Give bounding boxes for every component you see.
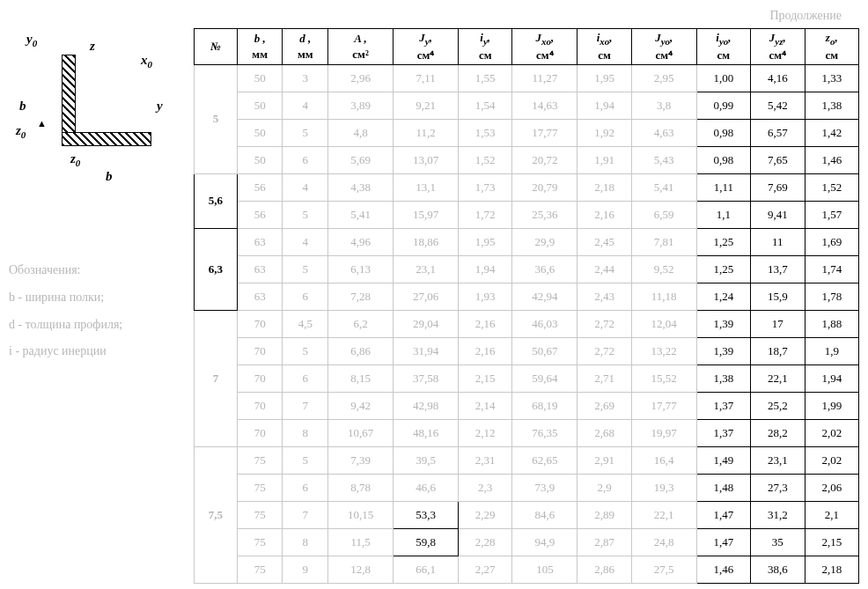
cell-Jy: 37,58: [394, 364, 459, 392]
table-body: 55032,967,111,5511,271,952,951,004,161,3…: [195, 64, 859, 583]
cell-d: 5: [283, 446, 328, 474]
cell-iy: 2,29: [459, 501, 512, 528]
cell-Jyz: 15,9: [751, 283, 805, 310]
cell-ixo: 2,71: [577, 364, 631, 392]
th-Jxo: Jxo,см⁴: [512, 29, 577, 65]
table-row: 75912,866,12,271052,8627,51,4638,62,18: [195, 556, 859, 583]
cell-Jyz: 18,7: [751, 337, 805, 364]
cell-A: 10,15: [328, 501, 394, 528]
cell-Jyo: 16,4: [631, 446, 696, 474]
cell-iyo: 1,1: [696, 201, 750, 228]
cell-Jxo: 105: [512, 556, 577, 583]
cell-Jxo: 20,72: [512, 146, 577, 173]
cell-Jyz: 13,7: [751, 255, 805, 283]
cell-zo: 1,38: [805, 92, 859, 119]
cell-Jxo: 36,6: [512, 255, 577, 283]
cell-zo: 1,69: [805, 228, 859, 255]
cell-zo: 1,78: [805, 283, 859, 310]
cell-Jxo: 46,03: [512, 310, 577, 337]
cell-d: 6: [283, 474, 328, 501]
cell-Jyo: 24,8: [631, 528, 696, 556]
cell-Jyo: 6,59: [631, 201, 696, 228]
group-num-cell: 6,3: [195, 228, 238, 310]
cell-b: 75: [237, 474, 283, 501]
cell-zo: 1,42: [805, 119, 859, 146]
cell-ixo: 1,92: [577, 119, 631, 146]
cell-A: 5,41: [328, 201, 394, 228]
cell-b: 75: [237, 501, 283, 528]
cell-iy: 2,16: [459, 310, 512, 337]
cell-Jxo: 25,36: [512, 201, 577, 228]
table-row: 6367,2827,061,9342,942,4311,181,2415,91,…: [195, 283, 859, 310]
legend-line-3: i - радиус инерции: [9, 338, 185, 365]
cell-Jy: 11,2: [394, 119, 459, 146]
label-z: z: [90, 39, 95, 54]
table-row: 5,65644,3813,11,7320,792,185,411,117,691…: [195, 173, 859, 201]
cell-Jyo: 22,1: [631, 501, 696, 528]
cell-Jy: 39,5: [394, 446, 459, 474]
cell-b: 70: [237, 392, 283, 419]
cell-Jy: 7,11: [394, 64, 459, 92]
cell-zo: 1,88: [805, 310, 859, 337]
cell-Jxo: 11,27: [512, 64, 577, 92]
cell-Jxo: 29,9: [512, 228, 577, 255]
angle-vertical-leg: [62, 55, 76, 144]
cell-Jyo: 17,77: [631, 392, 696, 419]
cell-Jyz: 25,2: [751, 392, 805, 419]
cell-A: 8,15: [328, 364, 394, 392]
main-layout: y0 z x0 d b y z0 z0 b ▲ Обозначения: b -…: [9, 28, 859, 584]
cell-zo: 2,06: [805, 474, 859, 501]
cell-zo: 2,02: [805, 446, 859, 474]
cell-d: 8: [283, 528, 328, 556]
cell-Jyo: 15,52: [631, 364, 696, 392]
cell-ixo: 2,16: [577, 201, 631, 228]
cell-Jyz: 38,6: [751, 556, 805, 583]
cell-b: 70: [237, 310, 283, 337]
table-row: 7568,7846,62,373,92,919,31,4827,32,06: [195, 474, 859, 501]
cell-b: 63: [237, 283, 283, 310]
table-row: 7,57557,3939,52,3162,652,9116,41,4923,12…: [195, 446, 859, 474]
group-num-cell: 5,6: [195, 173, 238, 228]
cell-Jyz: 7,69: [751, 173, 805, 201]
table-row: 55032,967,111,5511,271,952,951,004,161,3…: [195, 64, 859, 92]
cell-Jy: 23,1: [394, 255, 459, 283]
cell-ixo: 2,45: [577, 228, 631, 255]
cell-iy: 2,12: [459, 419, 512, 446]
cell-Jxo: 76,35: [512, 419, 577, 446]
cell-Jyo: 5,43: [631, 146, 696, 173]
cell-A: 6,13: [328, 255, 394, 283]
cell-b: 50: [237, 92, 283, 119]
left-column: y0 z x0 d b y z0 z0 b ▲ Обозначения: b -…: [9, 28, 185, 365]
cell-Jyo: 7,81: [631, 228, 696, 255]
table-row: 5054,811,21,5317,771,924,630,986,571,42: [195, 119, 859, 146]
cell-iyo: 1,47: [696, 528, 750, 556]
table-row: 5043,899,211,5414,631,943,80,995,421,38: [195, 92, 859, 119]
cell-A: 5,69: [328, 146, 394, 173]
cell-zo: 1,9: [805, 337, 859, 364]
cell-zo: 1,74: [805, 255, 859, 283]
cell-iy: 1,72: [459, 201, 512, 228]
table-row: 7079,4242,982,1468,192,6917,771,3725,21,…: [195, 392, 859, 419]
cell-Jyo: 13,22: [631, 337, 696, 364]
cell-Jy: 46,6: [394, 474, 459, 501]
cell-iyo: 1,47: [696, 501, 750, 528]
cell-A: 4,38: [328, 173, 394, 201]
cell-d: 5: [283, 337, 328, 364]
label-b-bot: b: [106, 169, 113, 184]
cell-d: 7: [283, 501, 328, 528]
cell-ixo: 2,9: [577, 474, 631, 501]
cell-Jyo: 4,63: [631, 119, 696, 146]
cell-b: 70: [237, 337, 283, 364]
cell-iy: 1,95: [459, 228, 512, 255]
cell-iy: 1,54: [459, 92, 512, 119]
cell-Jxo: 84,6: [512, 501, 577, 528]
cell-ixo: 2,87: [577, 528, 631, 556]
cell-iyo: 1,37: [696, 419, 750, 446]
cell-ixo: 2,91: [577, 446, 631, 474]
cell-Jyo: 27,5: [631, 556, 696, 583]
cell-Jyz: 5,42: [751, 92, 805, 119]
cell-Jxo: 20,79: [512, 173, 577, 201]
cell-Jxo: 59,64: [512, 364, 577, 392]
cell-iyo: 1,25: [696, 228, 750, 255]
group-num-cell: 5: [195, 64, 238, 173]
